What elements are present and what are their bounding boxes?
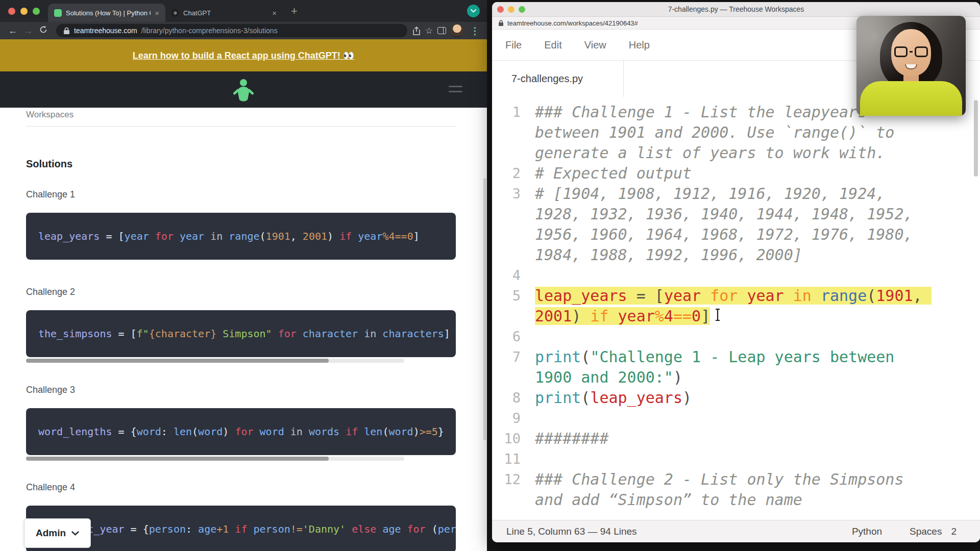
editor-line-code: print("Challenge 1 - Leap years between …: [535, 347, 934, 388]
file-tab[interactable]: 7-challenges.py: [492, 61, 624, 97]
line-number: 4: [492, 265, 521, 286]
window-controls: [0, 8, 48, 15]
menu-view[interactable]: View: [584, 39, 606, 51]
person-glasses: [894, 46, 928, 57]
browser-menu-icon[interactable]: ⋮: [468, 25, 482, 37]
tab-title: Solutions (How To) | Python Co: [66, 9, 151, 17]
minimize-window-button[interactable]: [20, 8, 28, 15]
admin-menu-button[interactable]: Admin: [24, 518, 91, 548]
editor-line[interactable]: 10########: [492, 429, 980, 449]
page-content: Workspaces Solutions Challenge 1 leap_ye…: [0, 108, 487, 551]
treehouse-favicon-icon: [54, 9, 62, 17]
scrollbar-thumb[interactable]: [26, 359, 329, 363]
promo-banner[interactable]: Learn how to build a React app using Cha…: [0, 39, 487, 71]
reload-icon: [39, 26, 47, 34]
browser-window: Solutions (How To) | Python Co × ChatGPT…: [0, 0, 487, 551]
code-snippet-2: the_simpsons = [f"{character} Simpson" f…: [26, 310, 456, 357]
zoom-window-button[interactable]: [33, 8, 40, 15]
close-window-button[interactable]: [8, 8, 15, 15]
editor-line-code: leap_years = [year for year in range(190…: [535, 286, 934, 327]
editor-line[interactable]: 9: [492, 408, 980, 429]
lock-icon: [63, 27, 70, 35]
tab-solutions[interactable]: Solutions (How To) | Python Co ×: [48, 4, 165, 22]
lock-icon: [498, 20, 504, 27]
line-number: 7: [492, 347, 521, 367]
forward-button: →: [20, 26, 36, 36]
tab-chatgpt[interactable]: ChatGPT ×: [165, 4, 283, 22]
editor-line[interactable]: 8print(leap_years): [492, 388, 980, 408]
menu-help[interactable]: Help: [629, 39, 650, 51]
hamburger-menu-icon[interactable]: [449, 86, 462, 96]
new-tab-button[interactable]: +: [291, 6, 298, 17]
editor-line[interactable]: 3# [1904, 1908, 1912, 1916, 1920, 1924, …: [492, 184, 980, 265]
chatgpt-favicon-icon: [172, 9, 179, 17]
code-editor[interactable]: 1### Challenge 1 - List the leapyears be…: [492, 97, 980, 520]
line-number: 9: [492, 408, 521, 429]
code-text: ages_next_year = {person: age+1 if perso…: [38, 523, 456, 535]
person-neck: [903, 72, 919, 85]
challenge-2-label: Challenge 2: [26, 286, 456, 297]
line-number: 6: [492, 327, 521, 347]
editor-line-code: [535, 327, 934, 347]
workspace-titlebar[interactable]: 7-challenges.py — Treehouse Workspaces: [492, 2, 980, 17]
indent-type[interactable]: Spaces: [910, 526, 942, 537]
tab-strip-chevron-button[interactable]: [467, 5, 480, 17]
editor-line[interactable]: 6: [492, 327, 980, 347]
horizontal-scrollbar[interactable]: [26, 457, 404, 461]
editor-line[interactable]: 2# Expected output: [492, 163, 980, 184]
code-text: word_lengths = {word: len(word) for word…: [38, 425, 444, 438]
promo-banner-link[interactable]: Learn how to build a React app using Cha…: [133, 50, 354, 61]
bookmark-star-icon[interactable]: ☆: [425, 26, 433, 36]
sidebar-item-workspaces[interactable]: Workspaces: [26, 108, 456, 120]
horizontal-scrollbar[interactable]: [26, 359, 404, 363]
url-domain: teamtreehouse.com: [74, 27, 137, 35]
highlighted-code: leap_years = [year for year in range(190…: [535, 287, 932, 325]
address-bar[interactable]: teamtreehouse.com/library/python-compreh…: [56, 24, 407, 37]
challenge-1-label: Challenge 1: [26, 189, 456, 200]
side-panel-icon[interactable]: [437, 27, 446, 34]
editor-line[interactable]: 4: [492, 265, 980, 286]
reload-button[interactable]: [36, 26, 51, 36]
share-icon[interactable]: [412, 27, 421, 35]
line-number: 10: [492, 429, 521, 449]
code-snippet-1: leap_years = [year for year in range(190…: [26, 213, 456, 260]
editor-lines: 1### Challenge 1 - List the leapyears be…: [492, 102, 980, 510]
chevron-down-icon: [71, 531, 79, 536]
person-shirt: [860, 81, 962, 116]
line-number: 5: [492, 286, 521, 306]
vertical-scrollbar[interactable]: [483, 178, 486, 440]
code-snippet-3: word_lengths = {word: len(word) for word…: [26, 408, 456, 455]
editor-line-code: [535, 265, 934, 286]
editor-statusbar: Line 5, Column 63 — 94 Lines Python Spac…: [492, 520, 980, 542]
menu-file[interactable]: File: [505, 39, 522, 51]
editor-line-code: ########: [535, 429, 934, 449]
scrollbar-thumb[interactable]: [26, 457, 329, 461]
code-text: leap_years = [year for year in range(190…: [38, 230, 420, 242]
challenge-section-3: Challenge 3 word_lengths = {word: len(wo…: [26, 384, 456, 461]
admin-menu-label: Admin: [36, 528, 66, 539]
cursor-position-status: Line 5, Column 63 — 94 Lines: [506, 526, 637, 537]
language-mode[interactable]: Python: [852, 526, 882, 537]
close-tab-icon[interactable]: ×: [155, 9, 159, 17]
line-number: 11: [492, 449, 521, 469]
workspace-url: teamtreehouse.com/workspaces/42190643#: [507, 19, 638, 27]
back-button[interactable]: ←: [5, 26, 20, 36]
editor-scrollbar[interactable]: [974, 100, 978, 177]
editor-line-code: [535, 449, 934, 469]
line-number: 12: [492, 469, 521, 490]
editor-line[interactable]: 12### Challenge 2 - List only the Simpso…: [492, 469, 980, 510]
editor-line[interactable]: 11: [492, 449, 980, 469]
divider: [26, 126, 456, 127]
challenge-section-2: Challenge 2 the_simpsons = [f"{character…: [26, 286, 456, 363]
close-tab-icon[interactable]: ×: [272, 9, 277, 17]
treehouse-logo-icon[interactable]: [233, 78, 254, 102]
editor-line[interactable]: 7print("Challenge 1 - Leap years between…: [492, 347, 980, 388]
line-number: 2: [492, 163, 521, 184]
menu-edit[interactable]: Edit: [544, 39, 561, 51]
indent-size[interactable]: 2: [951, 526, 957, 537]
toolbar-icons: ☆ ⋮: [412, 24, 482, 37]
line-number: 3: [492, 184, 521, 204]
editor-line[interactable]: 5leap_years = [year for year in range(19…: [492, 286, 980, 327]
profile-avatar[interactable]: [451, 24, 463, 37]
site-header: [0, 71, 487, 108]
